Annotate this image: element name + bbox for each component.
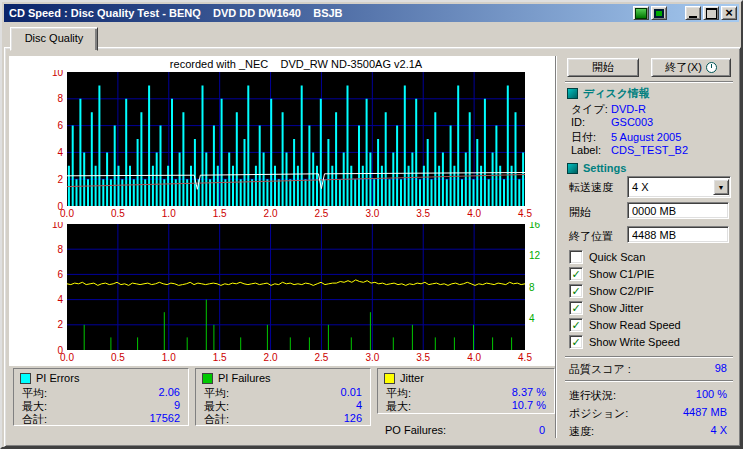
stat-value: 17562 <box>149 412 180 427</box>
checkbox-show-jitter[interactable]: Show Jitter <box>569 301 643 315</box>
maximize-icon <box>706 8 717 19</box>
svg-text:3.0: 3.0 <box>365 208 379 219</box>
quality-score-row: 品質スコア :98 <box>569 362 727 377</box>
title-bar[interactable]: CD Speed : Disc Quality Test - BENQ DVD … <box>4 4 739 22</box>
svg-text:2.5: 2.5 <box>314 208 328 219</box>
screen-icon-button[interactable] <box>651 6 667 20</box>
checkbox-quick-scan[interactable]: Quick Scan <box>569 250 645 264</box>
minimize-button[interactable] <box>685 6 701 20</box>
svg-text:2.0: 2.0 <box>264 208 278 219</box>
svg-text:2: 2 <box>57 319 63 330</box>
screen-icon <box>654 9 664 18</box>
svg-text:3.0: 3.0 <box>365 352 379 363</box>
pi-errors-title: PI Errors <box>36 372 79 384</box>
stat-row: 合計:17562 <box>22 412 180 427</box>
svg-text:2.0: 2.0 <box>264 352 278 363</box>
svg-text:4.5: 4.5 <box>518 208 532 219</box>
pi-failures-swatch <box>202 373 213 384</box>
progress-label: 進行状況: <box>569 388 616 403</box>
info-value: CDS_TEST_B2 <box>611 144 688 156</box>
info-value: 5 August 2005 <box>611 131 681 143</box>
clock-icon <box>706 62 717 73</box>
end-position-input[interactable] <box>627 226 729 243</box>
speed-label: 速度: <box>569 424 594 439</box>
jitter-title: Jitter <box>400 372 424 384</box>
checkbox-box[interactable] <box>569 318 583 332</box>
tab-page: recorded with _NEC DVD_RW ND-3500AG v2.1… <box>4 47 741 447</box>
chart-region: recorded with _NEC DVD_RW ND-3500AG v2.1… <box>9 56 555 366</box>
svg-text:1.5: 1.5 <box>213 352 227 363</box>
info-row: ID:GSC003 <box>571 116 735 128</box>
svg-text:1.0: 1.0 <box>162 352 176 363</box>
pi-errors-swatch <box>20 373 31 384</box>
position-value: 4487 MB <box>683 406 727 421</box>
window-title: CD Speed : Disc Quality Test - BENQ DVD … <box>4 4 343 22</box>
transfer-speed-label: 転送速度 <box>569 180 613 195</box>
transfer-speed-select[interactable]: 4 X ▼ <box>627 176 731 198</box>
svg-text:4: 4 <box>57 147 63 158</box>
pi-errors-panel-header: PI Errors <box>20 372 79 384</box>
pi-errors-panel: PI Errors 平均:2.06 最大:9 合計:17562 <box>13 368 189 426</box>
chart-icon-button[interactable] <box>633 6 649 20</box>
app-window: CD Speed : Disc Quality Test - BENQ DVD … <box>0 0 743 449</box>
settings-header: Settings <box>567 162 626 174</box>
transfer-speed-value: 4 X <box>628 181 713 193</box>
start-button[interactable]: 開始 <box>567 58 639 77</box>
start-position-input[interactable] <box>627 202 729 219</box>
checkbox-label: Show Read Speed <box>589 319 681 331</box>
exit-button[interactable]: 終了(X) <box>651 58 731 77</box>
stat-value: 10.7 % <box>512 399 546 414</box>
tab-disc-quality[interactable]: Disc Quality <box>10 27 98 51</box>
checkbox-label: Show C2/PIF <box>589 285 654 297</box>
progress-value: 100 % <box>696 388 727 403</box>
pi-failures-jitter-chart: 10864201612840.00.51.01.52.02.53.03.54.0… <box>9 222 555 364</box>
stat-value: 126 <box>344 412 362 427</box>
svg-text:8: 8 <box>57 244 63 255</box>
svg-text:1.5: 1.5 <box>213 208 227 219</box>
svg-text:4.5: 4.5 <box>518 352 532 363</box>
checkbox-show-write-speed[interactable]: Show Write Speed <box>569 335 680 349</box>
svg-text:4.0: 4.0 <box>467 352 481 363</box>
checkbox-show-c1-pie[interactable]: Show C1/PIE <box>569 267 654 281</box>
divider <box>565 380 733 382</box>
checkbox-box[interactable] <box>569 284 583 298</box>
info-value: GSC003 <box>611 116 653 128</box>
section-icon <box>567 88 578 99</box>
checkbox-box[interactable] <box>569 301 583 315</box>
svg-text:4: 4 <box>529 313 535 324</box>
svg-text:2.5: 2.5 <box>314 352 328 363</box>
stat-row: 最大:10.7 % <box>386 399 546 414</box>
svg-text:0.5: 0.5 <box>111 208 125 219</box>
checkbox-box[interactable] <box>569 335 583 349</box>
stat-row: 合計:126 <box>204 412 362 427</box>
maximize-button[interactable] <box>703 6 719 20</box>
pi-errors-chart: 10864200.00.51.01.52.02.53.03.54.04.5 <box>9 70 555 222</box>
info-row: Label:CDS_TEST_B2 <box>571 144 735 156</box>
svg-text:0.0: 0.0 <box>60 352 74 363</box>
minimize-icon <box>689 16 697 18</box>
titlebar-buttons: × <box>631 6 739 20</box>
info-row: 日付:5 August 2005 <box>571 130 735 145</box>
svg-text:8: 8 <box>529 282 535 293</box>
svg-text:6: 6 <box>57 120 63 131</box>
right-panel: 開始 終了(X) ディスク情報 タイプ:DVD-R ID:GSC003 日付:5… <box>561 56 737 444</box>
info-label: 日付: <box>571 130 611 145</box>
start-position-label: 開始 <box>569 205 591 220</box>
svg-text:12: 12 <box>529 250 541 261</box>
jitter-panel-header: Jitter <box>384 372 424 384</box>
settings-header-label: Settings <box>583 162 626 174</box>
svg-text:10: 10 <box>52 222 64 230</box>
checkbox-box[interactable] <box>569 250 583 264</box>
checkbox-show-c2-pif[interactable]: Show C2/PIF <box>569 284 654 298</box>
stat-label: 最大: <box>386 399 411 414</box>
dropdown-button[interactable]: ▼ <box>713 179 729 195</box>
close-button[interactable]: × <box>721 6 737 20</box>
pi-failures-panel-header: PI Failures <box>202 372 271 384</box>
svg-text:2: 2 <box>57 174 63 185</box>
checkbox-box[interactable] <box>569 267 583 281</box>
svg-text:3.5: 3.5 <box>416 352 430 363</box>
chevron-down-icon: ▼ <box>718 184 725 191</box>
checkbox-show-read-speed[interactable]: Show Read Speed <box>569 318 681 332</box>
disc-info-header-label: ディスク情報 <box>583 86 650 101</box>
info-label: ID: <box>571 116 611 128</box>
